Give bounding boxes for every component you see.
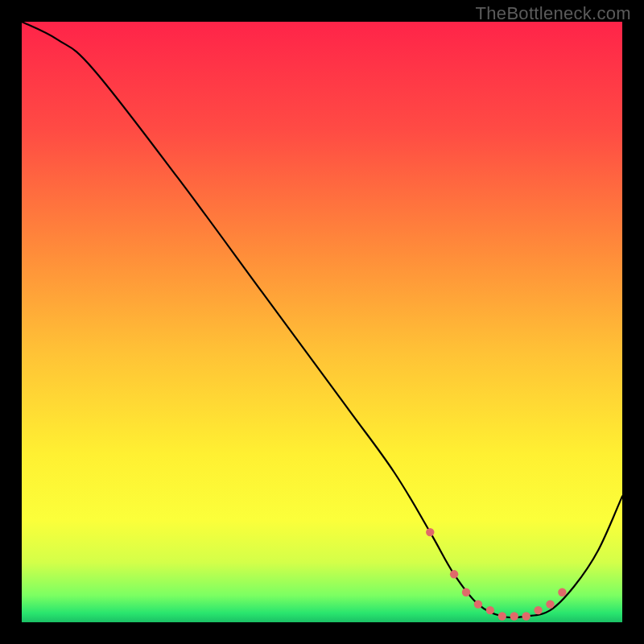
chart-stage: TheBottleneck.com [0, 0, 644, 644]
bottleneck-chart [0, 0, 644, 644]
highlight-dot [498, 612, 506, 620]
highlight-dot [534, 606, 542, 614]
highlight-dot [486, 606, 494, 614]
watermark-text: TheBottleneck.com [476, 3, 631, 24]
highlight-dot [510, 612, 518, 620]
plot-background [22, 22, 622, 622]
highlight-dot [522, 612, 530, 620]
highlight-dot [462, 588, 470, 597]
highlight-dot [450, 570, 458, 578]
highlight-dot [426, 528, 434, 536]
highlight-dot [558, 588, 566, 597]
highlight-dot [546, 600, 554, 608]
highlight-dot [474, 600, 482, 608]
